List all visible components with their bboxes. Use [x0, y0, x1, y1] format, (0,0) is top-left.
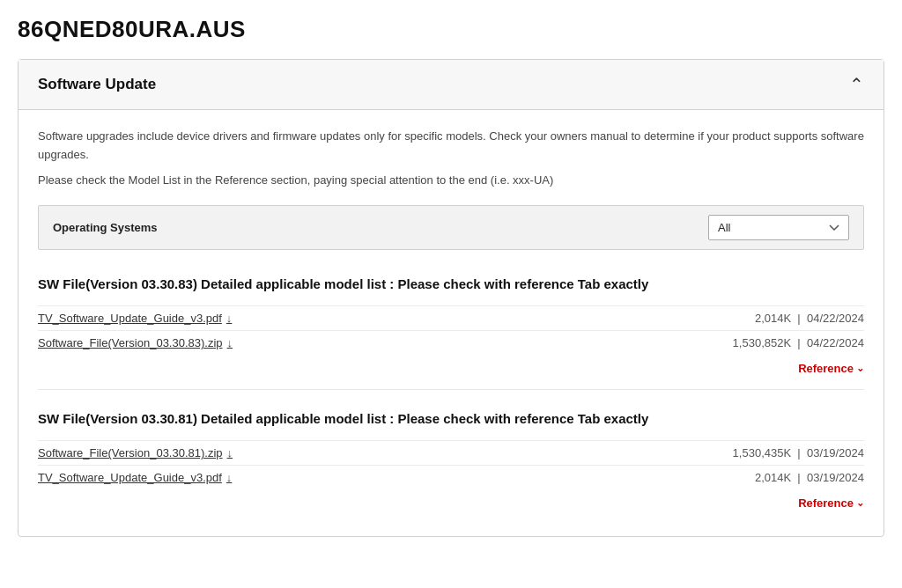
software-update-card: Software Update ⌃ Software upgrades incl… — [18, 59, 884, 537]
download-icon-1-0: ↓ — [227, 446, 233, 459]
file-name-0-1: Software_File(Version_03.30.83).zip — [38, 336, 223, 349]
file-row-1-1: TV_Software_Update_Guide_v3.pdf ↓ 2,014K… — [38, 465, 864, 489]
description-line1: Software upgrades include device drivers… — [38, 128, 864, 165]
file-row-0-0: TV_Software_Update_Guide_v3.pdf ↓ 2,014K… — [38, 305, 864, 330]
file-meta-0-0: 2,014K | 04/22/2024 — [755, 312, 864, 325]
reference-link-1[interactable]: Reference ⌄ — [798, 496, 864, 510]
reference-row-0: Reference ⌄ — [38, 355, 864, 380]
page-wrapper: 86QNED80URA.AUS Software Update ⌃ Softwa… — [0, 0, 902, 553]
download-icon-0-1: ↓ — [227, 336, 233, 349]
sw-title-1: SW File(Version 03.30.81) Detailed appli… — [38, 409, 864, 428]
sw-block-1: SW File(Version 03.30.81) Detailed appli… — [38, 393, 864, 524]
reference-chevron-0: ⌄ — [856, 363, 864, 374]
page-title: 86QNED80URA.AUS — [18, 16, 884, 43]
reference-label-1: Reference — [798, 496, 854, 510]
filter-label: Operating Systems — [53, 221, 158, 234]
download-icon-0-0: ↓ — [226, 312, 233, 325]
file-link-0-0[interactable]: TV_Software_Update_Guide_v3.pdf ↓ — [38, 312, 232, 325]
reference-label-0: Reference — [798, 362, 854, 375]
reference-link-0[interactable]: Reference ⌄ — [798, 362, 864, 375]
sw-block-0: SW File(Version 03.30.83) Detailed appli… — [38, 259, 864, 390]
reference-chevron-1: ⌄ — [856, 497, 864, 509]
card-body: Software upgrades include device drivers… — [18, 110, 884, 536]
card-header-title: Software Update — [38, 76, 156, 93]
reference-row-1: Reference ⌄ — [38, 489, 864, 515]
file-meta-1-0: 1,530,435K | 03/19/2024 — [733, 446, 864, 459]
sw-title-0: SW File(Version 03.30.83) Detailed appli… — [38, 275, 864, 293]
file-meta-0-1: 1,530,852K | 04/22/2024 — [733, 336, 864, 349]
file-row-1-0: Software_File(Version_03.30.81).zip ↓ 1,… — [38, 440, 864, 465]
card-header[interactable]: Software Update ⌃ — [18, 60, 884, 110]
file-name-1-0: Software_File(Version_03.30.81).zip — [38, 446, 223, 459]
file-link-1-1[interactable]: TV_Software_Update_Guide_v3.pdf ↓ — [38, 471, 232, 484]
file-name-1-1: TV_Software_Update_Guide_v3.pdf — [38, 471, 222, 484]
collapse-icon: ⌃ — [849, 76, 864, 93]
os-select[interactable]: All Windows Mac Linux — [708, 215, 849, 240]
os-select-wrapper: All Windows Mac Linux — [708, 215, 849, 240]
filter-row: Operating Systems All Windows Mac Linux — [38, 205, 864, 250]
description-line2: Please check the Model List in the Refer… — [38, 172, 864, 190]
download-icon-1-1: ↓ — [226, 471, 233, 484]
file-link-1-0[interactable]: Software_File(Version_03.30.81).zip ↓ — [38, 446, 233, 459]
file-meta-1-1: 2,014K | 03/19/2024 — [755, 471, 864, 484]
file-row-0-1: Software_File(Version_03.30.83).zip ↓ 1,… — [38, 330, 864, 355]
file-link-0-1[interactable]: Software_File(Version_03.30.83).zip ↓ — [38, 336, 233, 349]
file-name-0-0: TV_Software_Update_Guide_v3.pdf — [38, 312, 222, 325]
